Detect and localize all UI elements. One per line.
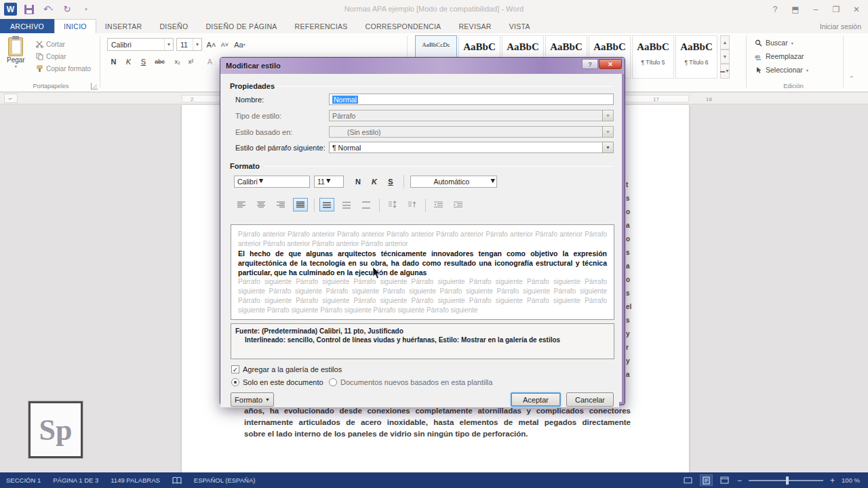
select-button[interactable]: Seleccionar ▾ — [754, 66, 808, 74]
based-on-combo: (Sin estilo) ▼ — [329, 126, 614, 138]
clipboard-dialog-launcher-icon[interactable]: ◿ — [91, 83, 98, 89]
radio-selected-icon[interactable] — [231, 378, 239, 386]
align-left-button[interactable] — [234, 198, 249, 211]
tab-diseno-pagina[interactable]: DISEÑO DE PÁGINA — [197, 19, 285, 33]
page-indicator[interactable]: PÁGINA 1 DE 3 — [47, 472, 104, 488]
decrease-space-after-button[interactable] — [405, 198, 420, 211]
name-input[interactable]: Normal — [329, 94, 614, 105]
styles-more-icon[interactable]: ▬▼ — [720, 64, 730, 79]
grow-font-button[interactable]: A˄ — [205, 38, 218, 51]
styles-scroll-up-icon[interactable]: ▲ — [720, 35, 730, 49]
print-layout-icon[interactable] — [701, 475, 712, 485]
single-spacing-button[interactable] — [319, 198, 334, 211]
double-spacing-button[interactable] — [359, 198, 374, 211]
section-indicator[interactable]: SECCIÓN 1 — [0, 472, 47, 488]
font-name-arrow-icon[interactable]: ▼ — [164, 39, 173, 50]
font-name-combo[interactable]: Calibri▼ — [107, 38, 174, 51]
only-this-document-radio[interactable]: Solo en este documento — [231, 378, 323, 386]
find-dropdown-arrow[interactable]: ▾ — [791, 41, 793, 45]
tab-selector[interactable]: ⌐ — [4, 94, 18, 103]
sign-in-link[interactable]: Iniciar sesión — [820, 22, 861, 30]
tab-referencias[interactable]: REFERENCIAS — [286, 19, 357, 33]
add-to-gallery-checkbox[interactable]: ✓ Agregar a la galería de estilos — [231, 365, 342, 373]
font-color-arrow-icon[interactable]: ▼ — [490, 176, 496, 187]
font-size-combo[interactable]: 11▼ — [176, 38, 202, 51]
cut-button[interactable]: Cortar — [35, 40, 65, 48]
find-button[interactable]: Buscar ▾ — [754, 39, 793, 47]
proofing-icon[interactable] — [166, 472, 188, 488]
dialog-help-icon[interactable]: ? — [582, 59, 598, 69]
paste-button[interactable]: Pegar ▾ — [7, 37, 25, 68]
increase-space-before-button[interactable] — [385, 198, 400, 211]
justify-button[interactable] — [293, 198, 308, 211]
zoom-in-icon[interactable]: + — [830, 476, 835, 485]
decrease-indent-button[interactable] — [431, 198, 446, 211]
tab-insertar[interactable]: INSERTAR — [96, 19, 151, 33]
tab-archivo[interactable]: ARCHIVO — [0, 19, 54, 33]
change-case-button[interactable]: Aa▾ — [233, 38, 246, 51]
paste-icon — [8, 37, 23, 56]
tab-correspondencia[interactable]: CORRESPONDENCIA — [357, 19, 450, 33]
shrink-font-button[interactable]: A˅ — [218, 38, 231, 51]
text-effects-icon[interactable]: A — [203, 55, 216, 68]
help-icon[interactable]: ? — [766, 3, 784, 16]
align-right-button[interactable] — [273, 198, 288, 211]
accept-button[interactable]: Aceptar — [511, 392, 561, 407]
styles-scroll-down-icon[interactable]: ▼ — [720, 49, 730, 64]
dialog-close-icon[interactable]: ✕ — [599, 59, 622, 69]
format-menu-button[interactable]: Formato ▼ — [231, 392, 274, 407]
dialog-font-name-arrow-icon[interactable]: ▼ — [258, 176, 264, 187]
paste-dropdown-arrow[interactable]: ▾ — [15, 64, 17, 68]
tab-inicio[interactable]: INICIO — [54, 19, 96, 33]
minimize-icon[interactable]: – — [807, 3, 825, 16]
dialog-font-name-combo[interactable]: Calibri ▼ — [234, 176, 310, 188]
next-paragraph-arrow-icon[interactable]: ▼ — [602, 142, 613, 152]
document-paragraph: años, ha evolucionado desde conexiones c… — [244, 405, 631, 440]
zoom-percentage[interactable]: 100 % — [842, 476, 860, 484]
tab-vista[interactable]: VISTA — [500, 19, 539, 33]
replace-button[interactable]: ab Reemplazar — [754, 52, 804, 60]
select-dropdown-arrow[interactable]: ▾ — [806, 68, 808, 73]
collapse-ribbon-icon[interactable]: ⌃ — [849, 75, 854, 82]
next-paragraph-combo[interactable]: ¶ Normal ▼ — [329, 142, 614, 153]
style-preview-box: Párrafo anterior Párrafo anterior Párraf… — [231, 224, 614, 320]
style-item-titulo6[interactable]: AaBbC ¶ Título 6 — [675, 35, 717, 79]
subscript-button[interactable]: x₂ — [171, 55, 184, 68]
format-section-label: Formato — [230, 162, 260, 170]
word-count[interactable]: 1149 PALABRAS — [104, 472, 166, 488]
dialog-font-size-arrow-icon[interactable]: ▼ — [325, 176, 332, 187]
italic-button[interactable]: K — [122, 55, 135, 68]
superscript-button[interactable]: x² — [184, 55, 197, 68]
dialog-underline-button[interactable]: S — [383, 175, 398, 188]
style-item-titulo5[interactable]: AaBbC ¶ Título 5 — [632, 35, 674, 79]
cancel-button[interactable]: Cancelar — [566, 392, 614, 407]
align-center-button[interactable] — [254, 198, 269, 211]
zoom-slider-thumb[interactable] — [786, 476, 789, 485]
underline-button[interactable]: S — [137, 55, 150, 68]
restore-icon[interactable]: ❐ — [827, 3, 845, 16]
web-layout-icon[interactable] — [719, 475, 730, 485]
zoom-slider[interactable] — [749, 480, 823, 481]
zoom-out-icon[interactable]: − — [737, 476, 742, 485]
radio-unselected-icon[interactable] — [329, 378, 337, 386]
language-indicator[interactable]: ESPAÑOL (ESPAÑA) — [188, 472, 262, 488]
dialog-bold-button[interactable]: N — [351, 175, 366, 188]
format-painter-button[interactable]: Copiar formato — [35, 64, 91, 73]
font-size-arrow-icon[interactable]: ▼ — [193, 39, 201, 50]
new-documents-radio[interactable]: Documentos nuevos basados en esta planti… — [329, 378, 492, 386]
close-icon[interactable]: ✕ — [848, 3, 865, 16]
font-color-combo[interactable]: Automático ▼ — [410, 176, 497, 188]
bold-button[interactable]: N — [107, 55, 120, 68]
checkbox-checked-icon[interactable]: ✓ — [231, 365, 239, 373]
one-half-spacing-button[interactable] — [339, 198, 354, 211]
dialog-title-bar[interactable]: Modificar estilo ? ✕ — [220, 58, 625, 74]
read-mode-icon[interactable] — [682, 475, 694, 485]
dialog-italic-button[interactable]: K — [367, 175, 382, 188]
increase-indent-button[interactable] — [451, 198, 466, 211]
dialog-font-size-combo[interactable]: 11 ▼ — [314, 176, 344, 188]
tab-revisar[interactable]: REVISAR — [450, 19, 500, 33]
tab-diseno[interactable]: DISEÑO — [151, 19, 197, 33]
ribbon-display-options-icon[interactable]: ⬒ — [787, 3, 804, 16]
strikethrough-button[interactable]: abc — [153, 55, 166, 68]
copy-button[interactable]: Copiar — [35, 52, 66, 60]
